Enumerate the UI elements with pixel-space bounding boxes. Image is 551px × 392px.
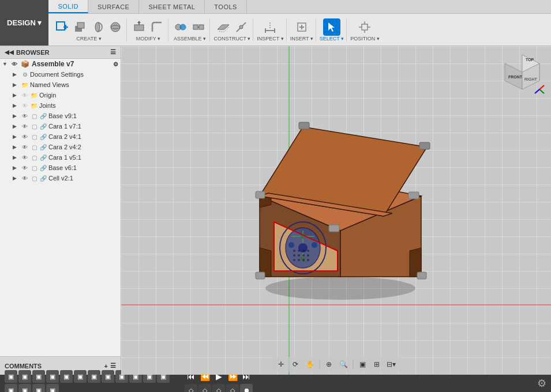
frame-icon-15[interactable]: ▣ bbox=[32, 384, 45, 392]
document-settings-item[interactable]: ▶ ⚙ Document Settings bbox=[0, 69, 121, 80]
frame-icon-8[interactable]: ▣ bbox=[102, 370, 114, 383]
base-v6-item[interactable]: ▶ 👁 ▢ 🔗 Base v6:1 bbox=[0, 163, 121, 173]
frame-icon-7[interactable]: ▣ bbox=[88, 370, 100, 383]
expand-arrow-cell-v2[interactable]: ▶ bbox=[13, 175, 20, 181]
expand-arrow-cara1-v7[interactable]: ▶ bbox=[13, 123, 20, 129]
measure-btn[interactable] bbox=[261, 18, 279, 36]
frame-icon-1[interactable]: ▣ bbox=[5, 370, 17, 383]
frame-icon-13[interactable]: ▣ bbox=[5, 384, 17, 392]
frame-icon-16[interactable]: ▣ bbox=[46, 384, 59, 392]
new-component-btn[interactable] bbox=[53, 18, 70, 36]
gear-icon[interactable]: ⚙ bbox=[537, 378, 546, 389]
cara1-v5-item[interactable]: ▶ 👁 ▢ 🔗 Cara 1 v5:1 bbox=[0, 152, 121, 163]
frame-icon-14[interactable]: ▣ bbox=[18, 384, 31, 392]
press-pull-btn[interactable] bbox=[130, 18, 148, 36]
comments-menu-icon[interactable]: ☰ bbox=[110, 362, 116, 370]
grid-btn[interactable]: ⊞ bbox=[370, 358, 383, 371]
browser-panel: ◀◀ BROWSER ☰ ▼ 👁 📦 Assemble v7 ⚙ ▶ ⚙ Doc… bbox=[0, 46, 121, 375]
frame-icon-3[interactable]: ▣ bbox=[32, 370, 45, 383]
display-mode-btn[interactable]: ▣ bbox=[356, 358, 369, 371]
joint-btn[interactable] bbox=[172, 18, 189, 36]
axis-btn[interactable] bbox=[233, 18, 250, 36]
tab-sheet-metal[interactable]: SHEET METAL bbox=[139, 0, 205, 13]
expand-icon[interactable]: ▼ bbox=[2, 61, 9, 67]
insert-mcmaster-btn[interactable] bbox=[293, 18, 310, 36]
base-v9-item[interactable]: ▶ 👁 ▢ 🔗 Base v9:1 bbox=[0, 111, 121, 121]
keyframe-icon-1[interactable]: ◇ bbox=[185, 384, 197, 392]
design-button[interactable]: DESIGN ▾ bbox=[0, 0, 48, 46]
sphere-btn[interactable] bbox=[107, 18, 124, 36]
frame-icon-6[interactable]: ▣ bbox=[74, 370, 87, 383]
keyframe-icon-3[interactable]: ◇ bbox=[212, 384, 225, 392]
keyframe-icon-4[interactable]: ◇ bbox=[226, 384, 239, 392]
svg-marker-10 bbox=[137, 21, 141, 23]
view-cube[interactable]: TOP FRONT RIGHT bbox=[499, 52, 545, 98]
settings-gear-btn[interactable]: ⚙ bbox=[537, 377, 546, 390]
expand-arrow-cara2-v4-1[interactable]: ▶ bbox=[13, 134, 20, 140]
keyframe-icon-2[interactable]: ◇ bbox=[198, 384, 211, 392]
visual-style-btn[interactable]: ⊟▾ bbox=[385, 358, 398, 371]
visibility-icon-base-v6[interactable]: 👁 bbox=[21, 164, 29, 172]
expand-arrow-settings[interactable]: ▶ bbox=[13, 71, 20, 77]
visibility-icon[interactable]: 👁 bbox=[10, 60, 18, 68]
zoom-fit-btn[interactable]: ⊕ bbox=[323, 358, 335, 371]
collapse-icon[interactable]: ◀◀ bbox=[5, 49, 14, 55]
root-menu-icon[interactable]: ⚙ bbox=[113, 61, 118, 67]
expand-arrow-joints[interactable]: ▶ bbox=[13, 103, 20, 108]
frame-icon-4[interactable]: ▣ bbox=[46, 370, 59, 383]
modify-label[interactable]: MODIFY ▾ bbox=[136, 36, 160, 42]
browser-root-item[interactable]: ▼ 👁 📦 Assemble v7 ⚙ bbox=[0, 59, 121, 69]
svg-point-66 bbox=[302, 259, 305, 261]
expand-arrow-base-v6[interactable]: ▶ bbox=[13, 165, 20, 171]
frame-icon-2[interactable]: ▣ bbox=[18, 370, 31, 383]
orbit-btn[interactable]: ⟳ bbox=[289, 358, 302, 371]
fillet-btn[interactable] bbox=[148, 18, 166, 36]
cara2-v4-1-item[interactable]: ▶ 👁 ▢ 🔗 Cara 2 v4:1 bbox=[0, 131, 121, 142]
offset-plane-btn[interactable] bbox=[215, 18, 232, 36]
tab-surface[interactable]: SURFACE bbox=[88, 0, 139, 13]
revolve-btn[interactable] bbox=[89, 18, 106, 36]
pan-btn[interactable]: ✋ bbox=[303, 358, 316, 371]
construct-label[interactable]: CONSTRUCT ▾ bbox=[213, 36, 250, 42]
visibility-icon-cara2-v4-1[interactable]: 👁 bbox=[21, 133, 29, 141]
position-btn[interactable] bbox=[356, 18, 373, 36]
visibility-icon-cara1-v5[interactable]: 👁 bbox=[21, 153, 29, 161]
expand-arrow-base-v9[interactable]: ▶ bbox=[13, 113, 20, 119]
named-views-item[interactable]: ▶ 📁 Named Views bbox=[0, 80, 121, 90]
inspect-label[interactable]: INSPECT ▾ bbox=[257, 36, 283, 42]
expand-arrow-views[interactable]: ▶ bbox=[13, 82, 20, 88]
expand-arrow-cara2-v4-2[interactable]: ▶ bbox=[13, 144, 20, 150]
select-btn[interactable] bbox=[323, 18, 340, 36]
assemble-label[interactable]: ASSEMBLE ▾ bbox=[174, 36, 206, 42]
cara1-v7-item[interactable]: ▶ 👁 ▢ 🔗 Cara 1 v7:1 bbox=[0, 121, 121, 131]
frame-icon-5[interactable]: ▣ bbox=[60, 370, 73, 383]
visibility-icon-cara2-v4-2[interactable]: 👁 bbox=[21, 143, 29, 151]
browser-menu-icon[interactable]: ☰ bbox=[110, 48, 116, 56]
visibility-icon-cell-v2[interactable]: 👁 bbox=[21, 174, 29, 182]
position-label[interactable]: POSITION ▾ bbox=[350, 36, 380, 42]
folder-icon-views: 📁 bbox=[21, 81, 29, 89]
origin-item[interactable]: ▶ 👁 📁 Origin bbox=[0, 90, 121, 100]
rigid-group-btn[interactable] bbox=[190, 18, 207, 36]
visibility-icon-joints[interactable]: 👁 bbox=[21, 101, 29, 110]
visibility-icon-base-v9[interactable]: 👁 bbox=[21, 112, 29, 120]
cell-v2-item[interactable]: ▶ 👁 ▢ 🔗 Cell v2:1 bbox=[0, 173, 121, 183]
extrude-btn[interactable] bbox=[71, 18, 88, 36]
svg-point-60 bbox=[293, 254, 295, 257]
move-tool-btn[interactable]: ✛ bbox=[275, 358, 287, 371]
insert-label[interactable]: INSERT ▾ bbox=[290, 36, 313, 42]
expand-arrow-cara1-v5[interactable]: ▶ bbox=[13, 154, 20, 160]
record-btn[interactable]: ⏺ bbox=[240, 384, 253, 392]
visibility-icon-cara1-v7[interactable]: 👁 bbox=[21, 122, 29, 130]
select-group: SELECT ▾ bbox=[317, 18, 347, 42]
select-label[interactable]: SELECT ▾ bbox=[320, 36, 344, 42]
cara2-v4-2-item[interactable]: ▶ 👁 ▢ 🔗 Cara 2 v4:2 bbox=[0, 142, 121, 152]
joints-item[interactable]: ▶ 👁 📁 Joints bbox=[0, 100, 121, 111]
zoom-btn[interactable]: 🔍 bbox=[337, 358, 350, 371]
visibility-icon-origin[interactable]: 👁 bbox=[21, 91, 29, 99]
tab-tools[interactable]: TOOLS bbox=[205, 0, 247, 13]
add-comment-btn[interactable]: + bbox=[104, 363, 108, 370]
create-label[interactable]: CREATE ▾ bbox=[76, 36, 101, 42]
expand-arrow-origin[interactable]: ▶ bbox=[13, 92, 20, 98]
tab-solid[interactable]: SOLID bbox=[48, 0, 88, 13]
